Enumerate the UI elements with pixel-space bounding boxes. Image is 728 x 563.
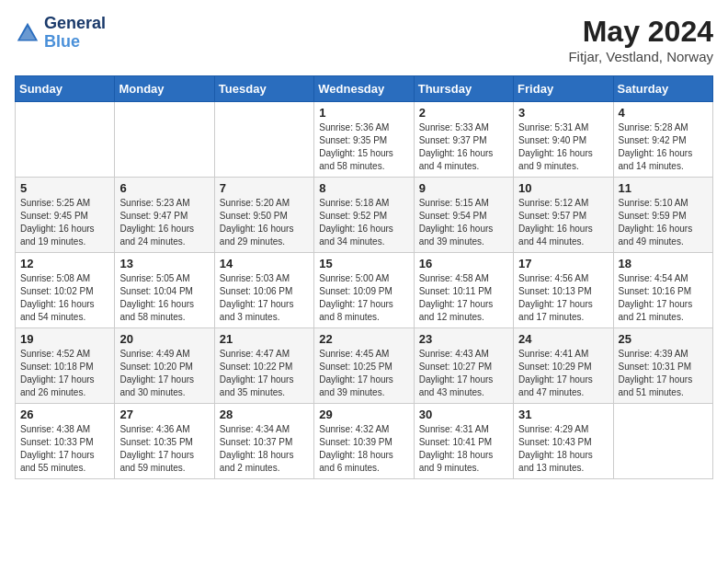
day-info: Sunrise: 4:41 AM Sunset: 10:29 PM Daylig… [518, 348, 608, 399]
day-number: 10 [518, 181, 608, 195]
day-info: Sunrise: 5:05 AM Sunset: 10:04 PM Daylig… [119, 272, 209, 324]
weekday-header-sunday: Sunday [16, 76, 115, 102]
day-cell: 8Sunrise: 5:18 AM Sunset: 9:52 PM Daylig… [314, 178, 414, 253]
logo-text: General Blue [44, 15, 106, 52]
day-cell: 16Sunrise: 4:58 AM Sunset: 10:11 PM Dayl… [414, 253, 513, 328]
day-cell: 20Sunrise: 4:49 AM Sunset: 10:20 PM Dayl… [115, 328, 214, 404]
day-info: Sunrise: 5:03 AM Sunset: 10:06 PM Daylig… [220, 272, 309, 324]
day-number: 20 [119, 332, 209, 346]
day-info: Sunrise: 5:18 AM Sunset: 9:52 PM Dayligh… [319, 197, 408, 248]
day-cell: 11Sunrise: 5:10 AM Sunset: 9:59 PM Dayli… [613, 178, 712, 253]
day-cell: 5Sunrise: 5:25 AM Sunset: 9:45 PM Daylig… [16, 178, 115, 253]
day-cell: 23Sunrise: 4:43 AM Sunset: 10:27 PM Dayl… [414, 328, 513, 404]
day-cell: 22Sunrise: 4:45 AM Sunset: 10:25 PM Dayl… [314, 328, 414, 404]
day-info: Sunrise: 5:31 AM Sunset: 9:40 PM Dayligh… [518, 121, 608, 173]
day-cell: 3Sunrise: 5:31 AM Sunset: 9:40 PM Daylig… [514, 102, 613, 178]
day-cell: 2Sunrise: 5:33 AM Sunset: 9:37 PM Daylig… [414, 102, 513, 178]
day-number: 13 [119, 257, 209, 270]
weekday-header-saturday: Saturday [613, 76, 712, 102]
day-number: 25 [619, 332, 708, 346]
day-number: 16 [419, 257, 508, 270]
day-cell: 24Sunrise: 4:41 AM Sunset: 10:29 PM Dayl… [514, 328, 613, 404]
day-number: 3 [518, 106, 608, 120]
day-cell: 10Sunrise: 5:12 AM Sunset: 9:57 PM Dayli… [514, 178, 613, 253]
day-number: 27 [119, 408, 209, 421]
day-number: 19 [20, 332, 109, 346]
day-number: 29 [319, 408, 408, 421]
day-cell: 6Sunrise: 5:23 AM Sunset: 9:47 PM Daylig… [115, 178, 214, 253]
day-number: 30 [419, 408, 508, 421]
day-number: 28 [220, 408, 309, 421]
day-info: Sunrise: 4:47 AM Sunset: 10:22 PM Daylig… [220, 348, 309, 399]
week-row-3: 12Sunrise: 5:08 AM Sunset: 10:02 PM Dayl… [16, 253, 713, 328]
day-cell: 29Sunrise: 4:32 AM Sunset: 10:39 PM Dayl… [314, 404, 414, 479]
day-number: 15 [319, 257, 408, 270]
logo-icon [15, 20, 40, 46]
day-number: 2 [419, 106, 508, 120]
day-number: 1 [319, 106, 408, 120]
day-cell: 18Sunrise: 4:54 AM Sunset: 10:16 PM Dayl… [613, 253, 712, 328]
weekday-header-friday: Friday [514, 76, 613, 102]
day-cell [115, 102, 214, 178]
day-info: Sunrise: 4:39 AM Sunset: 10:31 PM Daylig… [619, 348, 708, 399]
day-number: 5 [20, 181, 109, 195]
day-cell [16, 102, 115, 178]
day-info: Sunrise: 5:08 AM Sunset: 10:02 PM Daylig… [20, 272, 109, 324]
day-cell: 30Sunrise: 4:31 AM Sunset: 10:41 PM Dayl… [414, 404, 513, 479]
week-row-4: 19Sunrise: 4:52 AM Sunset: 10:18 PM Dayl… [16, 328, 713, 404]
weekday-header-monday: Monday [115, 76, 214, 102]
day-number: 7 [220, 181, 309, 195]
week-row-2: 5Sunrise: 5:25 AM Sunset: 9:45 PM Daylig… [16, 178, 713, 253]
logo: General Blue [15, 15, 106, 52]
day-number: 22 [319, 332, 408, 346]
day-cell: 17Sunrise: 4:56 AM Sunset: 10:13 PM Dayl… [514, 253, 613, 328]
day-number: 26 [20, 408, 109, 421]
month-year: May 2024 [568, 15, 713, 49]
day-info: Sunrise: 5:15 AM Sunset: 9:54 PM Dayligh… [419, 197, 508, 248]
day-cell: 26Sunrise: 4:38 AM Sunset: 10:33 PM Dayl… [16, 404, 115, 479]
day-number: 12 [20, 257, 109, 270]
day-cell: 7Sunrise: 5:20 AM Sunset: 9:50 PM Daylig… [214, 178, 313, 253]
day-info: Sunrise: 5:28 AM Sunset: 9:42 PM Dayligh… [619, 121, 708, 173]
day-cell: 28Sunrise: 4:34 AM Sunset: 10:37 PM Dayl… [214, 404, 313, 479]
day-info: Sunrise: 4:32 AM Sunset: 10:39 PM Daylig… [319, 423, 408, 475]
day-cell: 27Sunrise: 4:36 AM Sunset: 10:35 PM Dayl… [115, 404, 214, 479]
day-cell: 31Sunrise: 4:29 AM Sunset: 10:43 PM Dayl… [514, 404, 613, 479]
title-block: May 2024 Fitjar, Vestland, Norway [568, 15, 713, 64]
day-cell: 9Sunrise: 5:15 AM Sunset: 9:54 PM Daylig… [414, 178, 513, 253]
day-number: 17 [518, 257, 608, 270]
day-info: Sunrise: 4:49 AM Sunset: 10:20 PM Daylig… [119, 348, 209, 399]
weekday-header-row: SundayMondayTuesdayWednesdayThursdayFrid… [16, 76, 713, 102]
day-info: Sunrise: 4:58 AM Sunset: 10:11 PM Daylig… [419, 272, 508, 324]
day-number: 14 [220, 257, 309, 270]
day-number: 18 [619, 257, 708, 270]
day-number: 8 [319, 181, 408, 195]
weekday-header-thursday: Thursday [414, 76, 513, 102]
day-cell: 13Sunrise: 5:05 AM Sunset: 10:04 PM Dayl… [115, 253, 214, 328]
day-info: Sunrise: 4:29 AM Sunset: 10:43 PM Daylig… [518, 423, 608, 475]
day-info: Sunrise: 5:12 AM Sunset: 9:57 PM Dayligh… [518, 197, 608, 248]
day-info: Sunrise: 4:34 AM Sunset: 10:37 PM Daylig… [220, 423, 309, 475]
day-cell: 21Sunrise: 4:47 AM Sunset: 10:22 PM Dayl… [214, 328, 313, 404]
calendar-table: SundayMondayTuesdayWednesdayThursdayFrid… [15, 75, 713, 479]
day-info: Sunrise: 5:00 AM Sunset: 10:09 PM Daylig… [319, 272, 408, 324]
day-number: 31 [518, 408, 608, 421]
day-info: Sunrise: 4:36 AM Sunset: 10:35 PM Daylig… [119, 423, 209, 475]
week-row-5: 26Sunrise: 4:38 AM Sunset: 10:33 PM Dayl… [16, 404, 713, 479]
day-info: Sunrise: 4:43 AM Sunset: 10:27 PM Daylig… [419, 348, 508, 399]
day-info: Sunrise: 5:36 AM Sunset: 9:35 PM Dayligh… [319, 121, 408, 173]
day-number: 21 [220, 332, 309, 346]
day-cell: 19Sunrise: 4:52 AM Sunset: 10:18 PM Dayl… [16, 328, 115, 404]
day-cell: 14Sunrise: 5:03 AM Sunset: 10:06 PM Dayl… [214, 253, 313, 328]
day-info: Sunrise: 5:25 AM Sunset: 9:45 PM Dayligh… [20, 197, 109, 248]
day-cell: 4Sunrise: 5:28 AM Sunset: 9:42 PM Daylig… [613, 102, 712, 178]
page-header: General Blue May 2024 Fitjar, Vestland, … [15, 15, 713, 64]
day-info: Sunrise: 5:10 AM Sunset: 9:59 PM Dayligh… [619, 197, 708, 248]
day-cell [613, 404, 712, 479]
location: Fitjar, Vestland, Norway [568, 49, 713, 64]
day-cell: 25Sunrise: 4:39 AM Sunset: 10:31 PM Dayl… [613, 328, 712, 404]
weekday-header-wednesday: Wednesday [314, 76, 414, 102]
day-cell: 1Sunrise: 5:36 AM Sunset: 9:35 PM Daylig… [314, 102, 414, 178]
week-row-1: 1Sunrise: 5:36 AM Sunset: 9:35 PM Daylig… [16, 102, 713, 178]
day-info: Sunrise: 5:23 AM Sunset: 9:47 PM Dayligh… [119, 197, 209, 248]
